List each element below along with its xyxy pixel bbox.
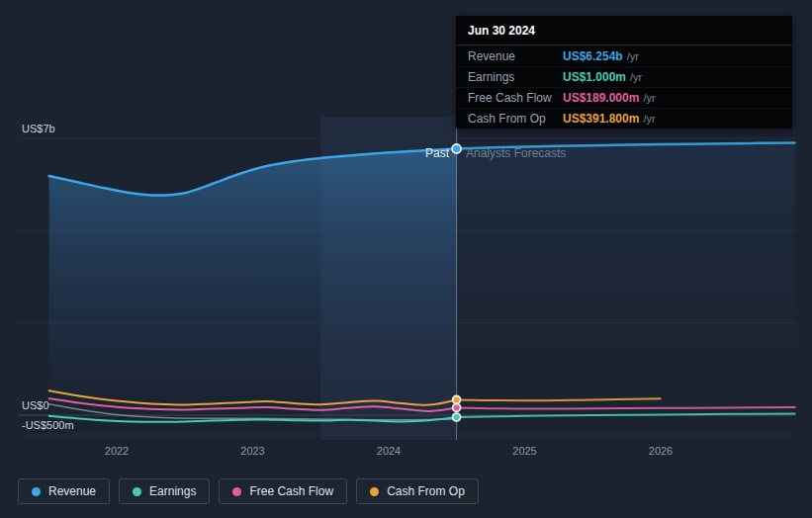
revenue-dot-icon xyxy=(32,487,41,496)
y-axis-label-neg500m: -US$500m xyxy=(22,419,74,431)
x-axis-label-2022: 2022 xyxy=(105,445,129,457)
legend-label-free-cash-flow: Free Cash Flow xyxy=(249,484,333,498)
earnings-revenue-growth-chart: US$7b US$0 -US$500m 2022 2023 2024 2025 … xyxy=(0,0,812,518)
tooltip-row-revenue: Revenue US$6.254b /yr xyxy=(456,45,792,66)
tooltip-label: Earnings xyxy=(468,70,563,84)
tooltip-value: US$391.800m xyxy=(563,112,639,126)
legend-label-revenue: Revenue xyxy=(48,484,96,498)
tooltip-row-cash-from-op: Cash From Op US$391.800m /yr xyxy=(456,108,792,129)
x-axis-label-2026: 2026 xyxy=(649,445,673,457)
x-axis-label-2023: 2023 xyxy=(240,445,264,457)
tooltip-value: US$1.000m xyxy=(563,70,626,84)
tooltip-label: Free Cash Flow xyxy=(468,91,563,105)
legend-item-cash-from-op[interactable]: Cash From Op xyxy=(356,478,479,504)
tooltip-value: US$6.254b xyxy=(563,49,623,63)
tooltip-suffix: /yr xyxy=(630,71,642,83)
y-axis-label-0: US$0 xyxy=(22,399,49,411)
legend-item-revenue[interactable]: Revenue xyxy=(18,478,110,504)
tooltip-label: Revenue xyxy=(468,49,563,63)
data-tooltip: Jun 30 2024 Revenue US$6.254b /yr Earnin… xyxy=(456,16,792,129)
legend: Revenue Earnings Free Cash Flow Cash Fro… xyxy=(18,478,479,504)
tooltip-date: Jun 30 2024 xyxy=(456,16,792,45)
x-axis-label-2025: 2025 xyxy=(512,445,536,457)
legend-label-cash-from-op: Cash From Op xyxy=(387,484,465,498)
tooltip-suffix: /yr xyxy=(627,50,639,62)
tooltip-label: Cash From Op xyxy=(468,112,563,126)
past-label: Past xyxy=(425,146,449,160)
tooltip-suffix: /yr xyxy=(643,113,655,125)
earnings-dot-icon xyxy=(133,487,141,496)
free-cash-flow-dot-icon xyxy=(232,487,241,496)
tooltip-suffix: /yr xyxy=(643,92,655,104)
tooltip-row-free-cash-flow: Free Cash Flow US$189.000m /yr xyxy=(456,87,792,108)
legend-item-free-cash-flow[interactable]: Free Cash Flow xyxy=(219,478,347,504)
tooltip-value: US$189.000m xyxy=(563,91,639,105)
legend-label-earnings: Earnings xyxy=(149,484,196,498)
tooltip-row-earnings: Earnings US$1.000m /yr xyxy=(456,66,792,87)
cash-from-op-dot-icon xyxy=(370,487,379,496)
y-axis-label-7b: US$7b xyxy=(22,123,55,134)
legend-item-earnings[interactable]: Earnings xyxy=(119,478,210,504)
analysts-forecasts-label: Analysts Forecasts xyxy=(466,146,566,160)
x-axis-label-2024: 2024 xyxy=(377,445,401,457)
